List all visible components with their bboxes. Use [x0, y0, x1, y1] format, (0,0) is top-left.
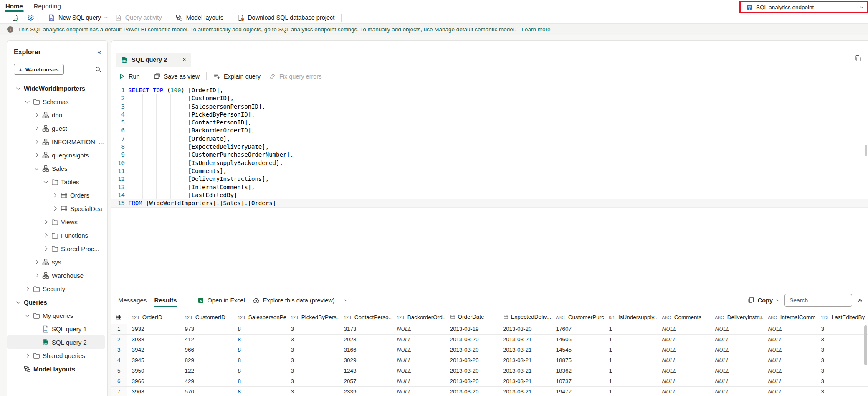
column-header-isundersupplybackordered[interactable]: 0/1IsUndersupply... [604, 311, 657, 324]
results-search-input[interactable] [784, 294, 852, 307]
cell-backorderorderid[interactable]: NULL [392, 386, 445, 396]
code-line[interactable]: 7 [OrderDate], [111, 135, 868, 143]
cell-comments[interactable]: NULL [657, 334, 710, 345]
cell-salespersonpersonid[interactable]: 8 [233, 334, 286, 345]
query-activity-button[interactable]: Query activity [111, 12, 166, 23]
table-row[interactable]: 6 3966 429 8 3 2057 NULL 2013-03-20 2013… [111, 376, 868, 386]
tree-item-sales[interactable]: Sales [7, 162, 105, 175]
cell-orderdate[interactable]: 2013-03-19 [445, 324, 498, 334]
cell-customerid[interactable]: 122 [180, 366, 233, 376]
chevron-right-icon[interactable] [43, 233, 47, 237]
cell-expecteddeliverydate[interactable]: 2013-03-21 [498, 334, 551, 345]
cell-orderdate[interactable]: 2013-03-20 [445, 355, 498, 366]
column-header-expecteddeliverydate[interactable]: ExpectedDeliv... [498, 311, 551, 324]
cell-backorderorderid[interactable]: NULL [392, 345, 445, 355]
tree-item-my-queries[interactable]: My queries [7, 309, 105, 322]
code-line[interactable]: 5 [ContactPersonID], [111, 119, 868, 127]
cell-pickedbypersonid[interactable]: 3 [286, 334, 339, 345]
table-row[interactable]: 7 3968 570 8 3 2339 NULL 2013-03-20 2013… [111, 386, 868, 396]
cell-customerpurchaseordernumber[interactable]: 14605 [551, 334, 604, 345]
new-item-button[interactable] [8, 12, 23, 23]
column-header-contactpersonid[interactable]: 123ContactPerso... [339, 311, 392, 324]
chevron-right-icon[interactable] [34, 153, 38, 157]
cell-deliveryinstructions[interactable]: NULL [710, 334, 763, 345]
cell-contactpersonid[interactable]: 3166 [339, 345, 392, 355]
cell-orderid[interactable]: 3938 [127, 334, 180, 345]
code-line[interactable]: 11 [Comments], [111, 167, 868, 175]
tree-item-stored-procedures[interactable]: Stored Proc... [7, 242, 105, 255]
chevron-down-icon[interactable] [16, 300, 20, 303]
cell-pickedbypersonid[interactable]: 3 [286, 376, 339, 386]
chevron-right-icon[interactable] [25, 287, 28, 290]
cell-contactpersonid[interactable]: 2023 [339, 334, 392, 345]
tree-item-sql-query-2[interactable]: SQL query 2 [7, 335, 105, 349]
cell-internalcomments[interactable]: NULL [763, 334, 816, 345]
endpoint-switcher[interactable]: SQL analytics endpoint [739, 1, 868, 13]
cell-lasteditedby[interactable]: 3 [816, 355, 868, 366]
cell-expecteddeliverydate[interactable]: 2013-03-21 [498, 386, 551, 396]
open-in-excel-button[interactable]: Open in Excel [197, 297, 245, 304]
cell-lasteditedby[interactable]: 3 [816, 334, 868, 345]
cell-orderid[interactable]: 3932 [127, 324, 180, 334]
cell-internalcomments[interactable]: NULL [763, 345, 816, 355]
cell-expecteddeliverydate[interactable]: 2013-03-21 [498, 345, 551, 355]
cell-comments[interactable]: NULL [657, 345, 710, 355]
column-header-customerid[interactable]: 123CustomerID [180, 311, 233, 324]
tree-item-dbo[interactable]: dbo [7, 108, 105, 122]
cell-salespersonpersonid[interactable]: 8 [233, 386, 286, 396]
column-header-salespersonpersonid[interactable]: 123SalespersonPe... [233, 311, 286, 324]
cell-deliveryinstructions[interactable]: NULL [710, 355, 763, 366]
cell-customerid[interactable]: 966 [180, 345, 233, 355]
cell-customerid[interactable]: 570 [180, 386, 233, 396]
tree-item-views[interactable]: Views [7, 215, 105, 228]
chevron-right-icon[interactable] [34, 140, 38, 143]
learn-more-link[interactable]: Learn more [521, 26, 550, 33]
code-line[interactable]: 4 [PickedByPersonID], [111, 111, 868, 119]
tab-home[interactable]: Home [0, 0, 28, 12]
cell-orderid[interactable]: 3950 [127, 366, 180, 376]
chevron-right-icon[interactable] [34, 113, 38, 117]
tree-item-functions[interactable]: Functions [7, 228, 105, 242]
cell-orderdate[interactable]: 2013-03-20 [445, 376, 498, 386]
query-tab-sql-query-2[interactable]: SQL query 2 [116, 53, 191, 67]
column-header-deliveryinstructions[interactable]: ABCDeliveryInstru... [710, 311, 763, 324]
explain-query-button[interactable]: Explain query [209, 71, 265, 82]
tree-item-schemas[interactable]: Schemas [7, 95, 105, 108]
cell-comments[interactable]: NULL [657, 376, 710, 386]
tree-item-guest[interactable]: guest [7, 122, 105, 135]
cell-customerid[interactable]: 973 [180, 324, 233, 334]
copy-button[interactable]: Copy [747, 297, 778, 304]
code-line[interactable]: 10 [IsUndersupplyBackordered], [111, 159, 868, 167]
cell-salespersonpersonid[interactable]: 8 [233, 355, 286, 366]
fix-query-errors-button[interactable]: Fix query errors [265, 71, 326, 82]
cell-customerid[interactable]: 412 [180, 334, 233, 345]
table-row[interactable]: 2 3938 412 8 3 2023 NULL 2013-03-20 2013… [111, 334, 868, 345]
column-header-comments[interactable]: ABCComments [657, 311, 710, 324]
cell-internalcomments[interactable]: NULL [763, 376, 816, 386]
cell-pickedbypersonid[interactable]: 3 [286, 366, 339, 376]
cell-internalcomments[interactable]: NULL [763, 355, 816, 366]
tree-item-warehouse[interactable]: Warehouse [7, 269, 105, 282]
cell-backorderorderid[interactable]: NULL [392, 376, 445, 386]
cell-expecteddeliverydate[interactable]: 2013-03-21 [498, 376, 551, 386]
model-layouts-button[interactable]: Model layouts [172, 12, 228, 23]
cell-pickedbypersonid[interactable]: 3 [286, 386, 339, 396]
cell-orderid[interactable]: 3942 [127, 345, 180, 355]
cell-isundersupplybackordered[interactable]: 1 [604, 366, 657, 376]
code-line[interactable]: 9 [CustomerPurchaseOrderNumber], [111, 151, 868, 159]
cell-backorderorderid[interactable]: NULL [392, 366, 445, 376]
chevron-right-icon[interactable] [52, 206, 56, 210]
cell-backorderorderid[interactable]: NULL [392, 324, 445, 334]
code-line[interactable]: 14 [LastEditedBy] [111, 191, 868, 199]
cell-internalcomments[interactable]: NULL [763, 386, 816, 396]
chevron-right-icon[interactable] [43, 246, 47, 250]
chevron-down-icon[interactable] [25, 313, 29, 317]
cell-orderdate[interactable]: 2013-03-20 [445, 386, 498, 396]
cell-lasteditedby[interactable]: 3 [816, 324, 868, 334]
cell-customerid[interactable]: 829 [180, 355, 233, 366]
cell-isundersupplybackordered[interactable]: 1 [604, 345, 657, 355]
chevron-right-icon[interactable] [43, 220, 47, 223]
tree-item-queries[interactable]: Queries [7, 295, 105, 309]
cell-contactpersonid[interactable]: 2057 [339, 376, 392, 386]
cell-deliveryinstructions[interactable]: NULL [710, 324, 763, 334]
